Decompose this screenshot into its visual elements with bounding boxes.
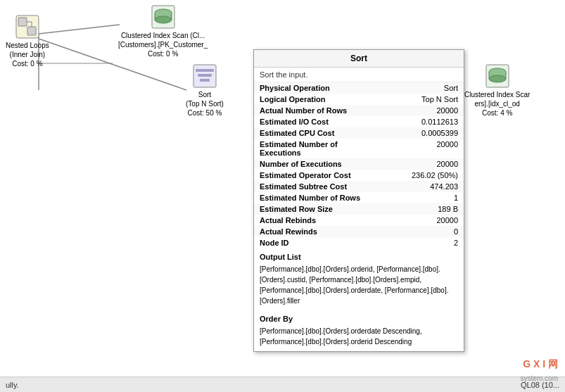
clustered-index-scan-right-node[interactable]: Clustered Index Scar ers].[idx_cl_od Cos… (464, 62, 530, 118)
clustered-index-scan-label: Clustered Index Scan (Cl... [Customers].… (118, 31, 208, 58)
status-bar: ully. QL08 (10... (0, 377, 565, 392)
tooltip-row-label: Actual Number of Rows (254, 105, 380, 116)
svg-line-0 (39, 25, 120, 34)
nested-loops-node[interactable]: Nested Loops (Inner Join) Cost: 0 % (6, 13, 49, 68)
output-list-content: [Performance].[dbo].[Orders].orderid, [P… (254, 263, 464, 310)
tooltip-row-value: 2 (380, 237, 464, 248)
tooltip-row-label: Estimated Row Size (254, 203, 380, 215)
tooltip-row-label: Estimated Operator Cost (254, 170, 380, 181)
tooltip-row-value: 0.0005399 (380, 127, 464, 139)
clustered-index-scan-node[interactable]: Clustered Index Scan (Cl... [Customers].… (118, 3, 208, 58)
sort-node[interactable]: Sort (Top N Sort) Cost: 50 % (186, 62, 224, 118)
tooltip-row-value: 1 (380, 192, 464, 203)
tooltip-row-label: Estimated Subtree Cost (254, 181, 380, 192)
tooltip-row-label: Estimated I/O Cost (254, 116, 380, 127)
tooltip-row-label: Actual Rewinds (254, 226, 380, 237)
output-list-label: Output List (254, 248, 464, 263)
tooltip-title: Sort (254, 50, 464, 68)
status-left: ully. (6, 381, 19, 389)
tooltip-row-value: 236.02 (50%) (380, 170, 464, 181)
svg-rect-18 (200, 79, 210, 82)
tooltip-row-value: 0 (380, 226, 464, 237)
tooltip-description: Sort the input. (254, 68, 464, 82)
svg-rect-6 (27, 27, 36, 35)
tooltip-row-label: Estimated CPU Cost (254, 127, 380, 139)
svg-rect-16 (196, 69, 214, 72)
svg-point-22 (489, 75, 506, 82)
sort-icon (191, 62, 219, 90)
tooltip-row-value: Top N Sort (380, 94, 464, 105)
tooltip-row-value: Sort (380, 82, 464, 94)
tooltip-row-value: 20000 (380, 139, 464, 158)
order-by-content: [Performance].[dbo].[Orders].orderdate D… (254, 324, 464, 351)
tooltip-row-value: 474.203 (380, 181, 464, 192)
watermark-brand: G X I 网 (523, 358, 558, 371)
tooltip-row-label: Physical Operation (254, 82, 380, 94)
nested-loops-icon (13, 13, 42, 41)
tooltip-row-value: 0.0112613 (380, 116, 464, 127)
tooltip-table: Physical OperationSortLogical OperationT… (254, 82, 464, 248)
tooltip-row-value: 20000 (380, 158, 464, 170)
diagram-area: Nested Loops (Inner Join) Cost: 0 % Clus… (0, 0, 565, 392)
tooltip-row-label: Node ID (254, 237, 380, 248)
tooltip-row-label: Logical Operation (254, 94, 380, 105)
tooltip-row-label: Estimated Number of Executions (254, 139, 380, 158)
tooltip-row-value: 20000 (380, 105, 464, 116)
tooltip-row-value: 20000 (380, 215, 464, 226)
tooltip-row-label: Number of Executions (254, 158, 380, 170)
tooltip-row-value: 189 B (380, 203, 464, 215)
svg-rect-5 (18, 18, 27, 26)
watermark-sub: system.com (521, 374, 558, 382)
clustered-index-scan-right-label: Clustered Index Scar ers].[idx_cl_od Cos… (464, 90, 530, 118)
nested-loops-label: Nested Loops (Inner Join) Cost: 0 % (6, 41, 49, 68)
clustered-index-scan-right-icon (483, 62, 512, 90)
tooltip-row-label: Estimated Number of Rows (254, 192, 380, 203)
sort-tooltip: Sort Sort the input. Physical OperationS… (253, 49, 464, 352)
clustered-index-scan-icon (149, 3, 177, 31)
tooltip-row-label: Actual Rebinds (254, 215, 380, 226)
svg-point-12 (155, 16, 172, 23)
order-by-label: Order By (254, 310, 464, 324)
sort-label: Sort (Top N Sort) Cost: 50 % (186, 90, 224, 118)
svg-rect-17 (198, 74, 212, 77)
